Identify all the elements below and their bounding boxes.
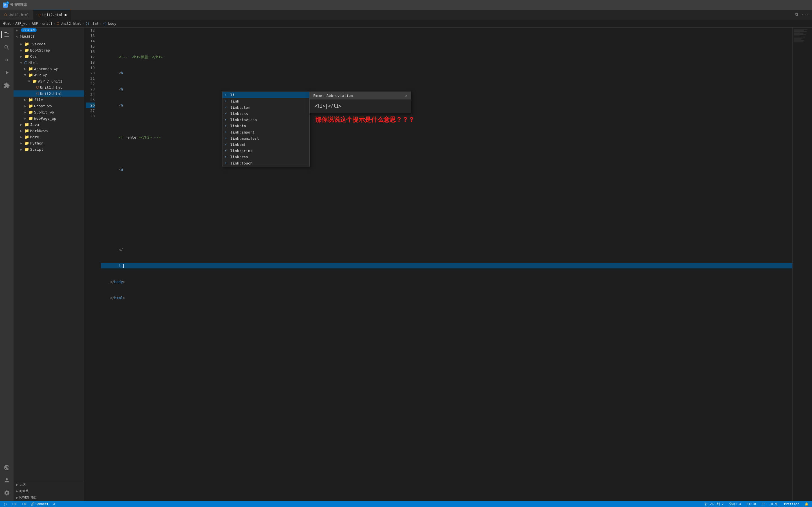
ac-item-link-touch[interactable]: ⚡ link:touch [222, 160, 309, 166]
sidebar-item-bootstrap[interactable]: ▷ 📁 BootStrap [13, 47, 84, 53]
sidebar-item-aspwp[interactable]: ▽ 📁 ASP_wp [13, 72, 84, 78]
ac-item-li[interactable]: ⚡ li [222, 92, 309, 98]
open-editors-header[interactable]: ▷ 1个未保存 [13, 27, 84, 33]
ac-item-link-manifest[interactable]: ⚡ link:manifest [222, 135, 309, 142]
ac-item-link-atom[interactable]: ⚡ link:atom [222, 104, 309, 110]
sidebar-item-label: BootStrap [30, 48, 50, 52]
sidebar-item-more[interactable]: ▷ 📁 More [13, 134, 84, 140]
formatter[interactable]: Prettier [783, 502, 800, 506]
connect-status[interactable]: 🔗 Connect [30, 502, 50, 506]
sidebar-item-label: MarkDown [30, 129, 48, 133]
sidebar-item-webpage[interactable]: ▷ 📁 WebPage_wp [13, 115, 84, 121]
sidebar-item-vscode[interactable]: ▷ 📁 .vscode [13, 41, 84, 47]
sidebar-item-unit1html[interactable]: ▷ ⬡ Unit1.html [13, 84, 84, 91]
sidebar-item-script[interactable]: ▷ 📁 Script [13, 146, 84, 152]
sidebar-item-css[interactable]: ▷ 📁 Css [13, 53, 84, 59]
ac-item-link-css[interactable]: ⚡ link:css [222, 110, 309, 117]
ac-item-label: link:favicon [231, 118, 257, 122]
maven-section[interactable]: ▷ MAVEN 项目 [13, 494, 84, 501]
arrow-icon: ▷ [19, 129, 23, 133]
sidebar-item-markdown[interactable]: ▷ 📁 MarkDown [13, 128, 84, 134]
search-icon[interactable] [1, 42, 12, 53]
folder-icon: 📁 [24, 54, 29, 59]
sync-icon: ↺ [53, 502, 55, 506]
line-num-17: 17 [86, 54, 95, 60]
breadcrumb-html[interactable]: Html [3, 22, 11, 25]
remote-icon[interactable] [1, 462, 12, 473]
account-icon[interactable] [1, 474, 12, 486]
line-num-12: 12 [86, 27, 95, 33]
emmet-icon: ⚡ [225, 112, 229, 115]
sidebar-item-html[interactable]: ▽ ⬡ Html [13, 59, 84, 66]
sidebar-item-file[interactable]: ▷ 📁 file [13, 97, 84, 103]
tab-unit2[interactable]: ⬡ Unit2.html [34, 10, 71, 20]
minimap [792, 27, 812, 501]
breadcrumb-body[interactable]: body [108, 22, 116, 25]
warning-count-label: 0 [24, 502, 26, 506]
sidebar-item-ghost[interactable]: ▷ 📁 Ghost_wp [13, 103, 84, 109]
ac-item-label: link:mf [231, 143, 246, 147]
sidebar-item-label: Css [30, 54, 37, 59]
timeline-label: 时间线 [19, 489, 29, 493]
line-num-26: 26 [86, 103, 95, 108]
encoding[interactable]: UTF-8 [746, 502, 757, 506]
source-control-icon[interactable] [1, 54, 12, 66]
ac-item-link-rss[interactable]: ⚡ link:rss [222, 154, 309, 160]
arrow-icon: ▷ [23, 104, 27, 108]
eol[interactable]: LF [760, 502, 766, 506]
emmet-icon: ⚡ [225, 99, 229, 103]
minimap-line [794, 30, 804, 31]
breadcrumb-unit2[interactable]: Unit2.html [61, 22, 81, 25]
autocomplete-popup[interactable]: ⚡ li ⚡ link ⚡ link:atom ⚡ link:css ⚡ l [222, 92, 310, 166]
ac-item-link-print[interactable]: ⚡ link:print [222, 148, 309, 154]
notification-badge: 1 [6, 1, 9, 4]
sidebar-item-asp-unit1[interactable]: ▽ 📁 ASP / unit1 [13, 78, 84, 84]
remote-status[interactable]: ⟨⟩ [2, 502, 8, 506]
run-debug-icon[interactable] [1, 67, 12, 78]
language-mode[interactable]: HTML [770, 502, 780, 506]
timeline-section[interactable]: ▷ 时间线 [13, 488, 84, 494]
notifications[interactable]: 🔔 [804, 502, 810, 506]
breadcrumb-aspwp[interactable]: ASP_wp [15, 22, 28, 25]
html-file-icon: ⬡ [36, 86, 39, 89]
sync-status[interactable]: ↺ [52, 502, 56, 506]
tab-unit1-label: Unit1.html [9, 13, 29, 17]
minimap-line [794, 38, 802, 39]
sidebar-item-submit[interactable]: ▷ 📁 Submit_wp [13, 109, 84, 115]
emmet-icon: ⚡ [225, 124, 229, 128]
ac-item-link-import[interactable]: ⚡ link:import [222, 129, 309, 135]
breadcrumb-unit1[interactable]: unit1 [42, 22, 52, 25]
breadcrumb-bar: Html › ASP_wp › ASP › unit1 › ⬡ Unit2.ht… [0, 20, 812, 27]
folder-icon: 📁 [32, 79, 37, 83]
split-editor-icon[interactable]: ⧉ [795, 12, 798, 17]
error-count[interactable]: ⚠ 0 [10, 502, 18, 506]
editor-content[interactable]: 12 13 14 15 16 17 18 19 20 21 22 23 24 2… [84, 27, 812, 501]
emmet-icon: ⚡ [225, 118, 229, 122]
ac-item-link-im[interactable]: ⚡ link:im [222, 123, 309, 129]
sidebar-item-unit2html[interactable]: ▷ ⬡ Unit2.html [13, 91, 84, 97]
tab-unit1[interactable]: ⬡ Unit1.html [0, 10, 34, 20]
cursor-position[interactable]: 行 26，列 7 [704, 502, 725, 506]
sidebar-explorer-icon[interactable] [1, 29, 12, 40]
settings-icon[interactable] [1, 487, 12, 499]
warning-count[interactable]: ⚡ 0 [20, 502, 28, 506]
breadcrumb-asp[interactable]: ASP [32, 22, 38, 25]
code-area[interactable]: <!-- <h1>标题一</h1> <h <h <h <! enter></h2… [98, 27, 792, 501]
code-line-14: <h [101, 70, 792, 76]
extensions-icon[interactable] [1, 80, 12, 91]
outline-section[interactable]: ▷ 大纲 [13, 482, 84, 488]
ac-item-link-mf[interactable]: ⚡ link:mf [222, 142, 309, 148]
code-line-25: </ [101, 247, 792, 252]
ac-item-label: link:touch [231, 161, 252, 165]
ac-item-link[interactable]: ⚡ link [222, 98, 309, 104]
indentation[interactable]: 空格: 4 [728, 502, 742, 506]
sidebar-item-python[interactable]: ▷ 📁 Python [13, 140, 84, 146]
breadcrumb-html-tag[interactable]: html [91, 22, 99, 25]
code-line-21 [101, 183, 792, 188]
more-actions-icon[interactable]: ··· [801, 12, 809, 17]
sep3: › [39, 22, 41, 25]
sidebar-item-anaconda[interactable]: ▷ 📁 Anaconda_wp [13, 66, 84, 72]
sidebar-item-java[interactable]: ▷ 📁 Java [13, 121, 84, 128]
ac-item-link-favicon[interactable]: ⚡ link:favicon [222, 117, 309, 123]
emmet-close-button[interactable]: ✕ [405, 94, 407, 98]
